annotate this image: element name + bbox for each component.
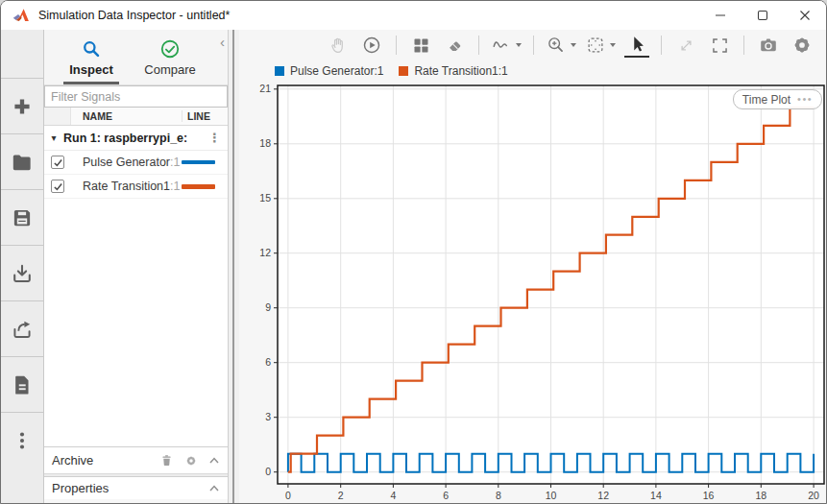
camera-icon [758, 35, 779, 56]
archive-settings-gear-icon[interactable] [184, 454, 198, 468]
y-tick-label: 3 [265, 411, 271, 422]
signal-checkbox[interactable] [51, 156, 64, 169]
x-tick-label: 16 [703, 490, 715, 501]
y-tick-label: 15 [259, 192, 271, 204]
save-button[interactable] [1, 189, 43, 245]
export-button[interactable] [1, 300, 43, 356]
y-tick-label: 9 [265, 301, 271, 313]
collapse-run-icon[interactable]: ▾ [44, 132, 63, 143]
app-window: Simulation Data Inspector - untitled* [0, 0, 827, 504]
layout-button[interactable] [408, 33, 433, 58]
tab-inspect-label: Inspect [69, 62, 113, 77]
folder-icon [10, 150, 35, 175]
cursor-arrow-icon [626, 34, 647, 55]
signal-row-rate-transition[interactable]: Rate Transition1:1 [44, 175, 228, 199]
y-tick-label: 12 [259, 247, 271, 258]
zoom-in-button[interactable] [546, 33, 576, 58]
legend-label: Pulse Generator:1 [290, 64, 383, 78]
matlab-logo-icon [12, 8, 30, 23]
left-toolstrip [1, 30, 44, 504]
hand-pan-icon [328, 36, 349, 56]
settings-button[interactable] [790, 33, 815, 58]
signal-wave-icon [491, 35, 512, 56]
more-actions-button[interactable] [1, 412, 43, 468]
pulse-generator-1-line[interactable] [288, 454, 814, 472]
x-tick-label: 4 [390, 490, 396, 501]
properties-label: Properties [52, 481, 109, 495]
save-icon [10, 205, 35, 230]
x-tick-label: 2 [338, 490, 344, 501]
add-button[interactable] [1, 78, 43, 133]
time-plot-canvas[interactable]: 02468101214161820036912151821 [239, 82, 827, 504]
archive-label: Archive [52, 453, 93, 468]
signal-options-button[interactable] [491, 33, 522, 58]
toolbar-separator [478, 36, 479, 55]
y-tick-label: 18 [259, 137, 271, 149]
x-tick-label: 8 [496, 490, 501, 501]
legend-item-rate-transition: Rate Transition1:1 [399, 64, 507, 78]
x-tick-label: 0 [285, 490, 291, 501]
run-group-row[interactable]: ▾ Run 1: raspberrypi_e: ⋮ [44, 126, 228, 151]
snapshot-button[interactable] [756, 33, 781, 58]
tab-inspect[interactable]: Inspect [52, 30, 131, 84]
signal-line-swatch [182, 160, 215, 164]
fullscreen-brackets-icon [710, 36, 730, 56]
plus-icon [10, 94, 35, 119]
name-column-header: NAME [71, 110, 182, 122]
filter-signals-input[interactable] [44, 85, 228, 108]
legend-swatch [275, 66, 284, 76]
clear-plots-button[interactable] [442, 33, 467, 58]
toolbar-separator [661, 36, 662, 55]
toolstrip-spacer [1, 30, 43, 78]
tab-compare[interactable]: Compare [131, 30, 209, 84]
cursor-mode-button[interactable] [624, 33, 649, 58]
chevron-up-icon[interactable] [208, 456, 220, 465]
pan-button[interactable] [326, 33, 351, 58]
plot-panel: Pulse Generator:1 Rate Transition1:1 024… [239, 30, 827, 504]
check-circle-icon [159, 38, 181, 60]
y-tick-label: 6 [265, 356, 271, 368]
y-tick-label: 0 [265, 466, 271, 477]
run-menu-button[interactable]: ⋮ [208, 132, 228, 144]
fullscreen-button[interactable] [707, 33, 732, 58]
x-tick-label: 20 [808, 490, 819, 501]
zoom-in-icon [546, 35, 567, 56]
signal-name: Rate Transition1:1 [71, 180, 182, 193]
fit-to-view-icon [585, 35, 606, 56]
plot-menu-button[interactable]: ••• [797, 94, 813, 105]
plot-legend: Pulse Generator:1 Rate Transition1:1 [239, 60, 827, 82]
replay-button[interactable] [359, 33, 384, 58]
import-button[interactable] [1, 245, 43, 300]
main-area: ‹ Inspect Compare [1, 30, 826, 504]
chevron-up-icon[interactable] [208, 484, 220, 492]
close-icon [799, 10, 811, 21]
titlebar: Simulation Data Inspector - untitled* [1, 1, 826, 30]
trash-icon[interactable] [159, 453, 174, 468]
fit-to-view-button[interactable] [585, 33, 616, 58]
close-button[interactable] [784, 1, 826, 30]
panel-resize-handle[interactable] [228, 30, 239, 504]
signal-line-swatch [182, 184, 215, 189]
minimize-button[interactable] [699, 1, 742, 30]
archive-section-header[interactable]: Archive [44, 446, 228, 473]
x-tick-label: 10 [546, 490, 557, 501]
signal-checkbox[interactable] [51, 180, 64, 193]
time-plot-area: 02468101214161820036912151821 Time Plot … [239, 82, 827, 504]
properties-section-header[interactable]: Properties [44, 476, 228, 499]
plot-toolbar [239, 30, 827, 60]
maximize-button[interactable] [742, 1, 784, 30]
filter-row [44, 85, 228, 108]
pop-out-button[interactable] [673, 33, 698, 58]
open-button[interactable] [1, 133, 43, 189]
x-tick-label: 12 [597, 490, 609, 501]
x-tick-label: 14 [650, 490, 662, 501]
report-icon [10, 372, 35, 397]
plot-type-label: Time Plot [742, 93, 791, 107]
search-icon [81, 38, 102, 60]
toolbar-separator [743, 36, 744, 55]
checkbox-column-header [44, 108, 71, 125]
create-report-button[interactable] [1, 356, 43, 412]
minimize-icon [715, 10, 726, 21]
signal-row-pulse-generator[interactable]: Pulse Generator:1 [44, 151, 228, 175]
collapse-panel-button[interactable]: ‹ [220, 35, 225, 49]
